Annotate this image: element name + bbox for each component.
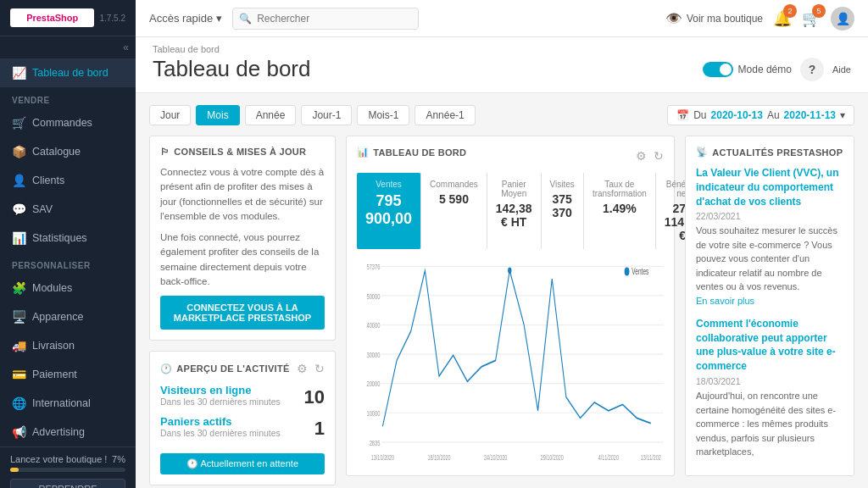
paiement-icon: 💳	[12, 368, 25, 381]
actu-date-1: 22/03/2021	[696, 211, 843, 221]
metric-visites[interactable]: Visites 375 370	[542, 173, 584, 249]
metric-taux-value: 1.49%	[593, 202, 647, 215]
sidebar: PrestaShop 1.7.5.2 « 📈 Tableau de bord V…	[0, 0, 136, 488]
filter-mois-1[interactable]: Mois-1	[357, 105, 409, 125]
svg-text:50000: 50000	[366, 291, 380, 301]
toggle-knob	[720, 64, 732, 75]
metric-taux[interactable]: Taux de transformation 1.49%	[584, 173, 656, 249]
page-header-actions: Mode démo ? Aide	[703, 58, 851, 81]
toggle-switch[interactable]	[703, 62, 733, 77]
dashboard-icon: 📈	[12, 66, 25, 80]
sidebar-item-commandes[interactable]: 🛒 Commandes	[0, 108, 136, 137]
sales-chart: 57376 50000 40000 30000 20000 10000 2835	[357, 256, 664, 465]
metric-ventes[interactable]: Ventes 795 900,00	[357, 173, 421, 249]
chevron-down-icon: ▾	[216, 12, 222, 25]
sav-icon: 💬	[12, 202, 25, 216]
svg-text:40000: 40000	[366, 321, 380, 330]
sidebar-section-personnaliser: PERSONNALISER	[0, 252, 136, 274]
sidebar-item-modules[interactable]: 🧩 Modules	[0, 274, 136, 302]
settings-icon[interactable]: ⚙	[297, 362, 308, 375]
metric-panier-label: Panier Moyen	[496, 180, 532, 198]
svg-text:13/11/202: 13/11/202	[641, 452, 661, 462]
acces-rapide-menu[interactable]: Accès rapide ▾	[149, 12, 222, 25]
metric-visites-label: Visites	[550, 180, 575, 189]
conseils-card: 🏳 CONSEILS & MISES À JOUR Connectez vous…	[149, 136, 336, 341]
search-icon: 🔍	[239, 13, 252, 25]
paniers-sublabel: Dans les 30 dernières minutes	[160, 428, 281, 438]
metrics-row: Ventes 795 900,00 Commandes 5 590 Panier…	[357, 173, 664, 249]
apparence-icon: 🖥️	[12, 310, 25, 324]
sidebar-logo: PrestaShop 1.7.5.2	[0, 0, 136, 36]
sidebar-item-clients[interactable]: 👤 Clients	[0, 166, 136, 195]
tableau-card: 📊 TABLEAU DE BORD ⚙ ↻ Ventes	[346, 136, 675, 476]
advertising-icon: 📢	[12, 425, 25, 439]
paniers-stat: Paniers actifs Dans les 30 dernières min…	[160, 415, 325, 440]
sidebar-item-livraison[interactable]: 🚚 Livraison	[0, 331, 136, 360]
sidebar-item-tableau-de-bord[interactable]: 📈 Tableau de bord	[0, 58, 136, 87]
sidebar-item-paiement[interactable]: 💳 Paiement	[0, 360, 136, 389]
refresh-icon[interactable]: ↻	[314, 362, 325, 375]
catalogue-icon: 📦	[12, 145, 25, 158]
modules-icon: 🧩	[12, 281, 25, 295]
livraison-icon: 🚚	[12, 339, 25, 352]
svg-text:13/10/2020: 13/10/2020	[371, 452, 394, 462]
filter-mois[interactable]: Mois	[196, 105, 239, 125]
tableau-settings-icon[interactable]: ⚙	[636, 149, 647, 163]
commandes-icon: 🛒	[12, 116, 25, 130]
question-icon: ?	[809, 63, 816, 76]
sidebar-item-sav[interactable]: 💬 SAV	[0, 195, 136, 224]
filter-annee-1[interactable]: Année-1	[415, 105, 475, 125]
page-title: Tableau de bord	[153, 56, 310, 82]
filter-jour[interactable]: Jour	[149, 105, 191, 125]
actu-text-2: Aujourd'hui, on rencontre une certaine h…	[696, 389, 843, 459]
sidebar-item-apparence[interactable]: 🖥️ Apparence	[0, 302, 136, 331]
actuelle-button[interactable]: 🕐 Actuellement en attente	[160, 453, 325, 474]
paniers-value: 1	[314, 418, 325, 440]
launch-label: Lancez votre boutique ! 7%	[10, 454, 125, 464]
collapse-icon[interactable]: «	[123, 42, 129, 53]
user-avatar[interactable]: 👤	[831, 7, 854, 30]
actu-link-2[interactable]: Comment l'économie collaborative peut ap…	[696, 317, 843, 374]
svg-point-14	[508, 268, 511, 274]
sidebar-item-advertising[interactable]: 📢 Advertising	[0, 418, 136, 446]
svg-text:10000: 10000	[366, 408, 380, 418]
sidebar-collapse: «	[0, 36, 136, 58]
svg-text:18/10/2020: 18/10/2020	[427, 452, 450, 462]
metric-commandes[interactable]: Commandes 5 590	[421, 173, 487, 249]
statistiques-icon: 📊	[12, 231, 25, 245]
clients-icon: 👤	[12, 174, 25, 187]
date-range-picker[interactable]: 📅 Du 2020-10-13 Au 2020-11-13 ▾	[667, 105, 854, 125]
notifications-button[interactable]: 🔔 2	[773, 9, 792, 28]
actu-link-1[interactable]: La Valeur Vie Client (VVC), un indicateu…	[696, 166, 843, 208]
actu-item-2: Comment l'économie collaborative peut ap…	[696, 317, 843, 459]
filter-annee[interactable]: Année	[245, 105, 297, 125]
apercu-header: 🕐 APERÇU DE L'ACTIVITÉ ⚙ ↻	[160, 362, 325, 375]
search-input[interactable]	[232, 8, 419, 30]
tableau-refresh-icon[interactable]: ↻	[654, 149, 664, 163]
reprendre-button[interactable]: REPRENDRE	[10, 479, 125, 488]
conseils-text1: Connectez vous à votre compte dès à prés…	[160, 165, 325, 224]
metric-visites-value: 375 370	[550, 192, 575, 219]
sidebar-item-statistiques[interactable]: 📊 Statistiques	[0, 224, 136, 252]
breadcrumb: Tableau de bord	[153, 44, 851, 54]
col-right: 📡 ACTUALITÉS PRESTASHOP La Valeur Vie Cl…	[685, 136, 854, 476]
metric-panier[interactable]: Panier Moyen 142,38 € HT	[487, 173, 542, 249]
cart-badge: 5	[812, 4, 826, 18]
sidebar-item-international[interactable]: 🌐 International	[0, 389, 136, 418]
cart-button[interactable]: 🛒 5	[802, 9, 821, 28]
metric-ventes-label: Ventes	[365, 180, 412, 189]
aide-button[interactable]: ?	[800, 58, 824, 81]
connect-marketplace-button[interactable]: CONNECTEZ VOUS À LA MARKETPLACE PRESTASH…	[160, 296, 325, 330]
filter-jour-1[interactable]: Jour-1	[301, 105, 352, 125]
svg-text:Ventes: Ventes	[632, 266, 648, 276]
search-bar: 🔍	[232, 8, 419, 30]
sidebar-item-catalogue[interactable]: 📦 Catalogue	[0, 137, 136, 166]
actu-read-more-1[interactable]: En savoir plus	[696, 296, 754, 306]
actualites-title: 📡 ACTUALITÉS PRESTASHOP	[696, 147, 843, 158]
mode-demo-toggle[interactable]: Mode démo	[703, 62, 792, 77]
tableau-title: 📊 TABLEAU DE BORD	[357, 147, 466, 164]
voir-boutique-link[interactable]: 👁️ Voir ma boutique	[665, 10, 763, 26]
conseils-text2: Une fois connecté, vous pourrez égalemen…	[160, 230, 325, 289]
clock-small-icon: 🕐	[186, 458, 198, 469]
actu-item-1: La Valeur Vie Client (VVC), un indicateu…	[696, 166, 843, 307]
